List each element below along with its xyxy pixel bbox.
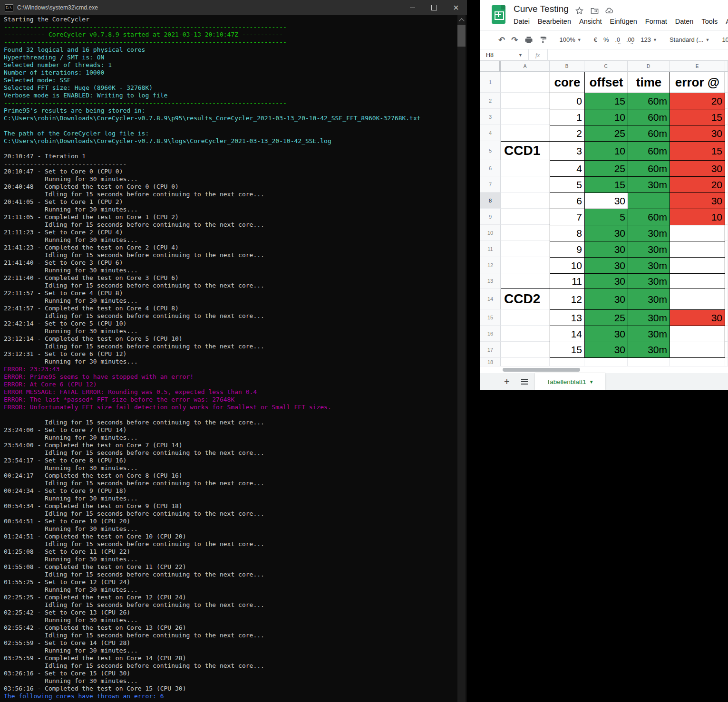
cell-B17[interactable]: 15 — [550, 342, 584, 358]
cell-E8[interactable]: 30 — [670, 192, 725, 209]
cell-D9[interactable]: 60m — [628, 209, 670, 225]
cell-D3[interactable]: 60m — [628, 109, 670, 125]
cell-C3[interactable]: 10 — [584, 109, 628, 125]
menu-datei[interactable]: Datei — [514, 18, 530, 25]
row-header-7[interactable]: 7 — [480, 176, 501, 192]
number-format-menu[interactable]: 123▼ — [641, 36, 657, 43]
cell-A14[interactable]: CCD2 — [501, 288, 550, 309]
cell-E2[interactable]: 20 — [670, 93, 725, 109]
cell-F12[interactable] — [725, 257, 728, 273]
cell-D7[interactable]: 30m — [628, 176, 670, 192]
menu-add-ons[interactable]: Add-ons — [726, 18, 728, 25]
cell-F1[interactable] — [725, 72, 728, 93]
cell-E18[interactable] — [670, 358, 725, 366]
cell-A2[interactable] — [501, 93, 550, 109]
row-header-4[interactable]: 4 — [480, 125, 501, 141]
move-to-folder-icon[interactable] — [590, 6, 599, 15]
cell-F16[interactable] — [725, 326, 728, 342]
row-header-11[interactable]: 11 — [480, 241, 501, 257]
cell-A13[interactable] — [501, 273, 550, 288]
cell-E4[interactable]: 30 — [670, 125, 725, 141]
scroll-up-icon[interactable] — [457, 17, 466, 23]
cell-F4[interactable] — [725, 125, 728, 141]
cell-F11[interactable] — [725, 241, 728, 257]
cell-E13[interactable] — [670, 273, 725, 288]
cell-A3[interactable] — [501, 109, 550, 125]
cell-B18[interactable] — [550, 358, 584, 366]
cell-D18[interactable] — [628, 358, 670, 366]
name-box[interactable]: H8 — [486, 52, 516, 58]
row-header-14[interactable]: 14 — [480, 288, 501, 309]
cell-C16[interactable]: 30 — [584, 326, 628, 342]
column-header-B[interactable]: B — [550, 61, 584, 72]
formula-input[interactable] — [548, 49, 728, 60]
cell-C4[interactable]: 25 — [584, 125, 628, 141]
row-header-12[interactable]: 12 — [480, 257, 501, 273]
cell-A5[interactable]: CCD1 — [501, 141, 550, 160]
row-header-17[interactable]: 17 — [480, 342, 501, 358]
cell-D12[interactable]: 30m — [628, 257, 670, 273]
print-button[interactable] — [524, 36, 533, 44]
redo-button[interactable]: ↷ — [511, 35, 518, 45]
cell-B4[interactable]: 2 — [550, 125, 584, 141]
column-header-F[interactable] — [725, 61, 728, 72]
cell-C2[interactable]: 15 — [584, 93, 628, 109]
cell-C13[interactable]: 30 — [584, 273, 628, 288]
cell-E1[interactable]: error @ — [670, 72, 725, 93]
cell-B8[interactable]: 6 — [550, 192, 584, 209]
row-header-9[interactable]: 9 — [480, 209, 501, 225]
select-all-corner[interactable] — [480, 61, 501, 72]
cell-F6[interactable] — [725, 160, 728, 176]
menu-format[interactable]: Format — [645, 18, 667, 25]
cell-E5[interactable]: 15 — [670, 141, 725, 160]
cell-B5[interactable]: 3 — [550, 141, 584, 160]
cell-B2[interactable]: 0 — [550, 93, 584, 109]
cell-B10[interactable]: 8 — [550, 225, 584, 241]
cell-E6[interactable]: 30 — [670, 160, 725, 176]
undo-button[interactable]: ↶ — [498, 35, 505, 45]
column-header-E[interactable]: E — [670, 61, 725, 72]
cell-B12[interactable]: 10 — [550, 257, 584, 273]
menu-tools[interactable]: Tools — [701, 18, 718, 25]
hscrollbar-thumb[interactable] — [503, 368, 580, 372]
cell-D15[interactable]: 30m — [628, 309, 670, 326]
cell-C8[interactable]: 30 — [584, 192, 628, 209]
cell-B9[interactable]: 7 — [550, 209, 584, 225]
cloud-status-icon[interactable] — [605, 6, 614, 15]
cell-D2[interactable]: 60m — [628, 93, 670, 109]
cell-D10[interactable]: 30m — [628, 225, 670, 241]
row-header-13[interactable]: 13 — [480, 273, 501, 288]
menu-einf-gen[interactable]: Einfügen — [610, 18, 637, 25]
decrease-decimals-button[interactable]: .0← — [615, 37, 620, 43]
cell-C17[interactable]: 30 — [584, 342, 628, 358]
cell-D14[interactable]: 30m — [628, 288, 670, 309]
maximize-button[interactable] — [423, 0, 445, 15]
row-header-2[interactable]: 2 — [480, 93, 501, 109]
cell-E9[interactable]: 10 — [670, 209, 725, 225]
cell-A6[interactable] — [501, 160, 550, 176]
cell-F2[interactable] — [725, 93, 728, 109]
paint-format-button[interactable] — [539, 36, 547, 44]
sheets-logo-icon[interactable] — [492, 5, 505, 24]
cell-C1[interactable]: offset — [584, 72, 628, 93]
cell-A17[interactable] — [501, 342, 550, 358]
all-sheets-icon[interactable] — [521, 379, 528, 380]
cell-A4[interactable] — [501, 125, 550, 141]
cmd-titlebar[interactable]: C:\ C:\Windows\system32\cmd.exe × — [0, 0, 467, 15]
column-header-C[interactable]: C — [584, 61, 628, 72]
cell-E10[interactable] — [670, 225, 725, 241]
cell-D6[interactable]: 60m — [628, 160, 670, 176]
cell-E14[interactable] — [670, 288, 725, 309]
sheet-tab[interactable]: Tabellenblatt1▼ — [535, 373, 605, 390]
cell-D13[interactable]: 30m — [628, 273, 670, 288]
zoom-select[interactable]: 100%▼ — [560, 36, 582, 43]
cell-B1[interactable]: core — [550, 72, 584, 93]
row-header-10[interactable]: 10 — [480, 225, 501, 241]
cell-E17[interactable] — [670, 342, 725, 358]
cell-F15[interactable] — [725, 309, 728, 326]
cell-F14[interactable] — [725, 288, 728, 309]
cell-C9[interactable]: 5 — [584, 209, 628, 225]
menu-bearbeiten[interactable]: Bearbeiten — [538, 18, 571, 25]
terminal-scrollbar[interactable] — [457, 15, 466, 702]
cell-F7[interactable] — [725, 176, 728, 192]
